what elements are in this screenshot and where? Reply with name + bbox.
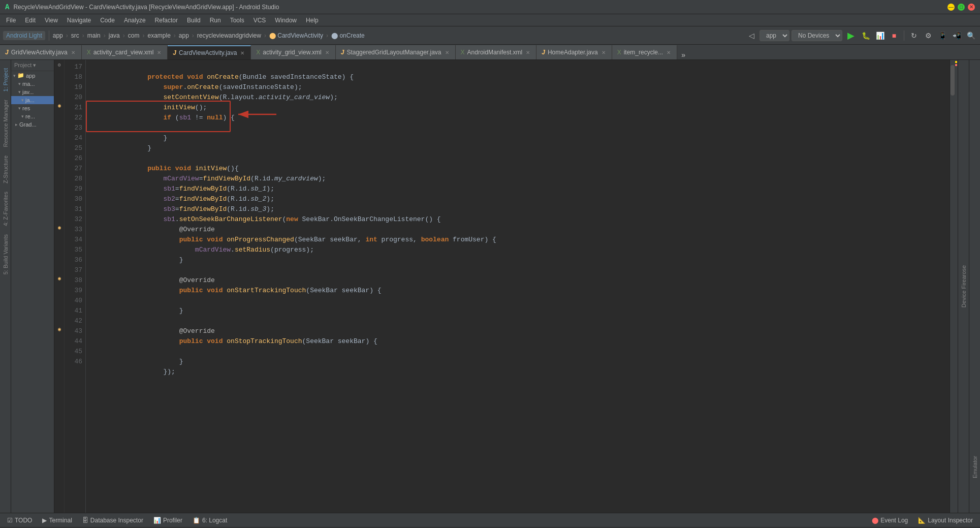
code-line-40[interactable]: } — [92, 296, 950, 306]
menu-view[interactable]: View — [41, 16, 62, 25]
breadcrumb-method[interactable]: ⬤ onCreate — [331, 32, 365, 39]
code-line-36[interactable] — [92, 255, 950, 265]
code-line-17[interactable]: protected void onCreate(Bundle savedInst… — [92, 62, 950, 72]
tab-gridviewactivity[interactable]: J GridViewActivity.java ✕ — [0, 45, 82, 59]
tab-close-cardviewactivity[interactable]: ✕ — [239, 50, 245, 56]
tab-cardviewactivity[interactable]: J CardViewActivity.java ✕ — [168, 45, 251, 59]
breadcrumb-java[interactable]: java — [109, 32, 120, 39]
sync-button[interactable]: ↻ — [908, 29, 920, 42]
profile-button[interactable]: 📊 — [874, 29, 886, 42]
stop-button[interactable]: ■ — [888, 29, 900, 42]
code-area[interactable]: protected void onCreate(Bundle savedInst… — [86, 60, 950, 513]
breadcrumb-src[interactable]: src — [71, 32, 79, 39]
code-line-38[interactable]: public void onStartTrackingTouch(SeekBar… — [92, 275, 950, 286]
code-line-39[interactable] — [92, 286, 950, 296]
breadcrumb-app[interactable]: app — [53, 32, 63, 39]
code-line-46[interactable]: }); — [92, 357, 950, 367]
tab-layout-inspector[interactable]: 📐 Layout Inspector — [914, 514, 977, 526]
menu-code[interactable]: Code — [96, 16, 119, 25]
menu-tools[interactable]: Tools — [226, 16, 248, 25]
tab-profiler[interactable]: 📊 Profiler — [149, 514, 186, 526]
breadcrumb-package[interactable]: recycleviewandgridview — [197, 32, 261, 39]
theme-selector[interactable]: Android Light — [3, 31, 45, 40]
tab-close-staggered[interactable]: ✕ — [444, 49, 450, 55]
tree-java[interactable]: ▾ jav... — [11, 88, 54, 96]
tab-staggered[interactable]: J StaggeredGridLayoutManager.java ✕ — [336, 45, 456, 59]
tab-homeadapter[interactable]: J HomeAdapter.java ✕ — [536, 45, 612, 59]
code-line-35[interactable]: } — [92, 245, 950, 255]
tab-close-manifest[interactable]: ✕ — [525, 49, 531, 55]
code-line-44[interactable] — [92, 336, 950, 347]
code-line-21[interactable]: if (sb1 != null) { — [92, 103, 950, 113]
code-line-20[interactable]: initView(); — [92, 92, 950, 103]
breadcrumb-main[interactable]: main — [87, 32, 101, 39]
breadcrumb-class[interactable]: ⬤ CardViewActivity — [269, 32, 323, 39]
tab-logcat[interactable]: 📋 6: Logcat — [188, 514, 231, 526]
code-editor[interactable]: 17 18 19 20 21 22 23 24 25 26 27 28 29 3… — [65, 60, 958, 513]
sdk-manager-button[interactable]: 📱 — [936, 29, 949, 42]
debug-button[interactable]: 🐛 — [860, 29, 872, 42]
code-line-28[interactable]: sb1=findViewById(R.id.sb_1); — [92, 174, 950, 184]
code-line-25[interactable] — [92, 143, 950, 153]
code-line-24[interactable]: } — [92, 133, 950, 143]
panel-z-structure[interactable]: Z-Structure — [1, 152, 10, 187]
code-line-18[interactable]: super.onCreate(savedInstanceState); — [92, 72, 950, 82]
tabs-overflow[interactable]: » — [677, 51, 689, 59]
panel-project[interactable]: 1: Project — [1, 65, 10, 95]
menu-edit[interactable]: Edit — [21, 16, 40, 25]
avd-manager-button[interactable]: 📲 — [951, 29, 963, 42]
tab-close-activity-grid[interactable]: ✕ — [324, 49, 330, 55]
code-line-27[interactable]: mCardView=findViewById(R.id.my_cardview)… — [92, 164, 950, 174]
code-line-41[interactable] — [92, 306, 950, 316]
scrollbar-thumb[interactable] — [951, 65, 955, 96]
tree-res[interactable]: ▾ res — [11, 104, 54, 112]
tab-close-homeadapter[interactable]: ✕ — [600, 49, 607, 55]
menu-window[interactable]: Window — [271, 16, 301, 25]
tab-activity-card[interactable]: X activity_card_view.xml ✕ — [82, 45, 168, 59]
tab-close-activity-card[interactable]: ✕ — [156, 49, 162, 55]
code-line-43[interactable]: public void onStopTrackingTouch(SeekBar … — [92, 326, 950, 336]
code-line-19[interactable]: setContentView(R.layout.activity_card_vi… — [92, 82, 950, 92]
menu-refactor[interactable]: Refactor — [151, 16, 182, 25]
code-line-23[interactable]: } — [92, 123, 950, 133]
close-button[interactable]: ✕ — [968, 4, 975, 11]
tree-manifests[interactable]: ▾ ma... — [11, 80, 54, 88]
menu-run[interactable]: Run — [206, 16, 225, 25]
breadcrumb-example[interactable]: example — [147, 32, 170, 39]
menu-help[interactable]: Help — [302, 16, 323, 25]
minimize-button[interactable]: — — [947, 4, 955, 11]
panel-z-favorites[interactable]: 4: Z-Favorites — [1, 189, 10, 229]
emulator-tab[interactable]: Emulator — [970, 452, 980, 482]
tab-event-log[interactable]: ⬤ Event Log — [868, 514, 912, 526]
code-line-45[interactable]: } — [92, 347, 950, 357]
tree-gradle[interactable]: ▸ Grad... — [11, 120, 54, 129]
back-nav-button[interactable]: ◁ — [745, 29, 757, 42]
panel-build-variants[interactable]: 5: Build Variants — [1, 231, 10, 277]
menu-file[interactable]: File — [2, 16, 20, 25]
search-everywhere-button[interactable]: 🔍 — [965, 29, 977, 42]
maximize-button[interactable]: □ — [958, 4, 965, 11]
tab-manifest[interactable]: X AndroidManifest.xml ✕ — [456, 45, 537, 59]
panel-resource-manager[interactable]: Resource Manager — [1, 97, 10, 150]
tree-res-sub[interactable]: ▾ re... — [11, 112, 54, 120]
code-line-29[interactable]: sb2=findViewById(R.id.sb_2); — [92, 184, 950, 194]
vertical-scrollbar[interactable] — [950, 60, 955, 513]
code-line-26[interactable]: public void initView(){ — [92, 153, 950, 164]
breadcrumb-com[interactable]: com — [128, 32, 140, 39]
menu-analyze[interactable]: Analyze — [120, 16, 150, 25]
app-config-selector[interactable]: app — [760, 30, 789, 41]
run-button[interactable]: ▶ — [844, 29, 858, 42]
code-line-22[interactable] — [92, 113, 950, 123]
code-line-42[interactable]: @Override — [92, 316, 950, 326]
breadcrumb-appname[interactable]: app — [179, 32, 189, 39]
code-line-34[interactable]: mCardView.setRadius(progress); — [92, 235, 950, 245]
tab-close-item-recycle[interactable]: ✕ — [666, 49, 672, 55]
code-line-37[interactable]: @Override — [92, 265, 950, 275]
code-line-32[interactable]: @Override — [92, 214, 950, 225]
tab-close-gridviewactivity[interactable]: ✕ — [70, 49, 76, 55]
tab-item-recycle[interactable]: X item_recycle... ✕ — [612, 45, 677, 59]
menu-vcs[interactable]: VCS — [249, 16, 270, 25]
menu-build[interactable]: Build — [183, 16, 205, 25]
code-line-30[interactable]: sb3=findViewById(R.id.sb_3); — [92, 194, 950, 204]
tab-terminal[interactable]: ▶ Terminal — [38, 514, 76, 526]
